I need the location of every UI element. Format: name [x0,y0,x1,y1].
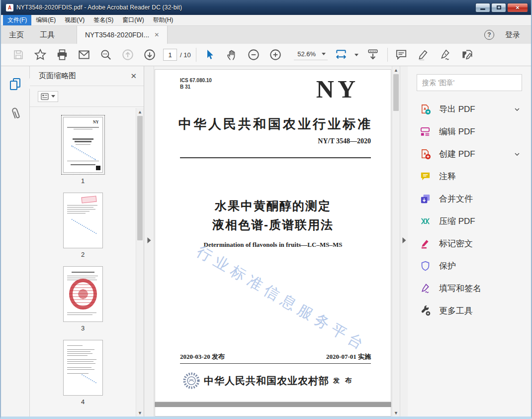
scroll-down-icon[interactable]: ▼ [136,409,144,417]
tool-export-pdf[interactable]: 导出 PDF [408,98,531,120]
tool-compress-pdf[interactable]: 压缩 PDF [408,210,531,232]
page-number-input[interactable] [163,49,177,61]
search-icon [99,48,112,61]
tool-label: 压缩 PDF [439,215,475,227]
menu-file[interactable]: 文件(F) [3,15,31,25]
menu-sign[interactable]: 签名(S) [89,15,118,25]
page-down-icon [143,48,156,61]
menubar: 文件(F) 编辑(E) 视图(V) 签名(S) 窗口(W) 帮助(H) [1,15,531,26]
page-separator [155,402,391,407]
scrollbar-thumb[interactable] [137,116,143,240]
scroll-down-icon[interactable]: ▼ [392,409,400,417]
tab-close-icon[interactable]: ✕ [154,31,159,38]
options-list-icon [41,93,49,100]
print-button[interactable] [54,46,71,63]
tool-label: 保护 [439,260,456,272]
hand-tool-button[interactable] [223,46,240,63]
menu-view[interactable]: 视图(V) [60,15,89,25]
tool-label: 注释 [439,171,456,182]
scroll-up-icon[interactable]: ▲ [136,108,144,115]
create-pdf-icon [420,148,431,160]
next-page-button[interactable] [141,46,158,63]
page-thumbnails-pane-button[interactable] [8,77,22,91]
national-emblem-icon [183,372,200,389]
close-button[interactable]: ✕ [507,3,528,12]
tool-label: 导出 PDF [439,104,475,115]
fit-width-icon [335,48,348,61]
fit-width-button[interactable] [333,46,350,63]
favorites-button[interactable] [32,46,49,63]
menu-edit[interactable]: 编辑(E) [31,15,60,25]
tab-home[interactable]: 主页 [1,26,32,44]
tab-document[interactable]: NYT3548-2020FDI... ✕ [77,26,168,44]
tabbar: 主页 工具 NYT3548-2020FDI... ✕ ? 登录 [1,26,531,44]
toolbar-divider [387,48,388,62]
zoom-level-dropdown[interactable]: 52.6% [294,49,328,60]
highlight-button[interactable] [415,46,432,63]
document-scrollbar[interactable]: ▲ ▼ [392,66,400,417]
pdf-page-1[interactable]: ICS 67.080.10 B 31 NY 中华人民共和国农业行业标准 NY/T… [155,69,391,402]
attachments-pane-button[interactable] [8,106,22,120]
tool-comment[interactable]: 注释 [408,165,531,188]
left-panel-collapse-handle[interactable] [144,66,154,417]
doc-rule [180,157,371,158]
star-icon [34,48,47,61]
thumbnail-art [63,340,103,396]
zoom-in-icon [269,48,282,61]
comment-button[interactable] [393,46,410,63]
minimize-button[interactable] [475,3,490,12]
panel-close-icon[interactable]: ✕ [130,72,137,81]
document-view[interactable]: ICS 67.080.10 B 31 NY 中华人民共和国农业行业标准 NY/T… [154,66,400,417]
thumbnail-page-3[interactable]: 3 [63,266,103,332]
fill-sign-toolbar-button[interactable] [437,46,453,63]
tool-fill-sign[interactable]: 填写和签名 [408,277,531,300]
redact-icon [420,238,431,249]
highlighter-icon [417,48,430,61]
comment-bubble-icon [395,48,408,61]
tab-tools[interactable]: 工具 [32,26,63,44]
tool-more-tools[interactable]: 更多工具 [408,300,531,322]
chevron-down-icon[interactable] [513,150,521,158]
menu-help[interactable]: 帮助(H) [149,15,178,25]
thumbnail-page-1[interactable]: NY 1 [61,115,105,185]
thumbnails-scrollbar[interactable]: ▲ ▼ [136,108,144,417]
zoom-in-button[interactable] [267,46,284,63]
titlebar[interactable]: A NYT3548-2020FDIS.pdf - Adobe Acrobat R… [1,0,531,15]
acrobat-window: A NYT3548-2020FDIS.pdf - Adobe Acrobat R… [0,0,532,419]
thumbnails-options-button[interactable] [38,91,58,102]
tool-edit-pdf[interactable]: 编辑 PDF [408,120,531,143]
tool-create-pdf[interactable]: 创建 PDF [408,143,531,165]
right-panel-collapse-handle[interactable] [400,66,408,417]
chevron-down-icon[interactable] [355,54,358,56]
tool-redact[interactable]: 标记密文 [408,232,531,255]
tool-protect[interactable]: 保护 [408,255,531,277]
sign-in-button[interactable]: 登录 [505,30,520,40]
scroll-up-icon[interactable]: ▲ [392,66,400,74]
comment-icon [420,171,431,182]
active-pane-indicator [25,78,30,89]
compress-pdf-icon [420,215,431,227]
thumbnails-list: NY 1 [30,108,136,417]
tool-label: 创建 PDF [439,148,475,160]
navigation-pane-strip [1,66,30,417]
thumbnail-page-2[interactable]: 2 [63,193,103,258]
menu-window[interactable]: 窗口(W) [118,15,148,25]
tools-search-input[interactable] [417,74,522,91]
save-button[interactable] [10,46,27,63]
select-tool-button[interactable] [201,46,218,63]
thumbnail-art [63,193,103,248]
thumbnail-page-number: 4 [81,398,85,406]
chevron-down-icon[interactable] [513,105,521,113]
scrollbar-thumb[interactable] [393,74,399,111]
stamp-edit-button[interactable] [458,46,475,63]
tool-combine-files[interactable]: 合并文件 [408,188,531,210]
previous-page-button[interactable] [119,46,136,63]
collapse-arrow-icon [402,237,406,243]
page-display-button[interactable] [364,46,381,63]
help-icon[interactable]: ? [484,30,494,40]
restore-button[interactable] [491,3,506,12]
zoom-out-button[interactable] [245,46,262,63]
email-button[interactable] [76,46,92,63]
thumbnail-page-4[interactable]: 4 [63,340,103,406]
search-button[interactable] [97,46,114,63]
